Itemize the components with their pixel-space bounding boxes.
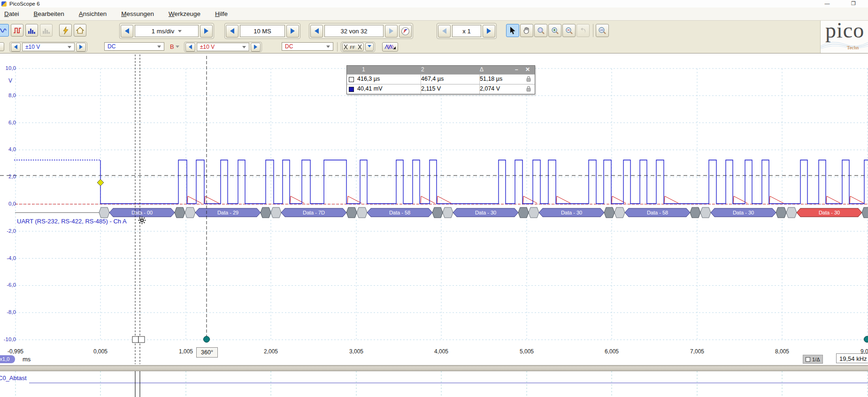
histogram-view-button[interactable]	[25, 24, 38, 37]
channel-b-range-select[interactable]: ±10 V	[197, 43, 249, 51]
decode-separator-icon	[432, 207, 443, 218]
phase-ruler-handle-right[interactable]	[864, 336, 868, 343]
phase-ruler-label[interactable]: 360°	[196, 347, 218, 358]
ruler-legend-row: 416,3 µs467,4 µs51,18 µs	[347, 74, 535, 84]
channel-a-coupling-select[interactable]: DC	[104, 42, 164, 51]
channel-a-range-next-button[interactable]	[76, 43, 86, 52]
zoom-out-tool-button[interactable]	[562, 24, 576, 37]
decode-separator-icon	[346, 207, 357, 218]
frequency-legend-badge[interactable]: 1/Δ	[803, 355, 823, 364]
channels-toolbar: ±10 V DC B ±10 V DC	[0, 41, 868, 53]
decode-separator-icon	[604, 207, 615, 218]
timebase-prev-button[interactable]	[121, 25, 133, 38]
channel-b-range-next-button[interactable]	[251, 43, 261, 52]
samples-field[interactable]: 10 MS	[240, 25, 285, 37]
zoom-factor-next-button[interactable]	[483, 25, 495, 38]
menu-item-werkzeuge[interactable]: Werkzeuge	[167, 9, 202, 18]
ruler-handle[interactable]	[138, 336, 145, 343]
serial-decode-dropdown-button[interactable]	[365, 43, 374, 51]
channel-a-button-clipped[interactable]	[0, 42, 4, 51]
scope-view[interactable]: Data - 00Data - 29Data - 7DData - 58Data…	[0, 53, 868, 366]
ruler-legend[interactable]: 1 2 Δ – ✕ 416,3 µs467,4 µs51,18 µs40,41 …	[346, 65, 535, 94]
decode-separator-icon	[99, 207, 109, 218]
menu-item-messungen[interactable]: Messungen	[120, 9, 155, 18]
svg-text:FF: FF	[350, 45, 355, 50]
math-channels-button[interactable]	[382, 42, 398, 52]
menu-item-ansichten[interactable]: Ansichten	[77, 9, 108, 18]
x-axis-multiplier-badge[interactable]: x1,0	[0, 355, 15, 363]
serial-decode-group: FF	[341, 42, 375, 52]
ruler-handle[interactable]	[132, 336, 138, 343]
ruler-value: 467,4 µs	[421, 76, 444, 82]
pulse-view-button[interactable]	[11, 24, 23, 37]
y-tick-label: 2,0	[0, 174, 16, 179]
x-tick-label: -0,995	[8, 348, 23, 355]
zoom-in-tool-button[interactable]	[548, 24, 561, 37]
x-tick-label: 7,005	[690, 348, 704, 355]
channel-b-range-prev-button[interactable]	[185, 43, 195, 52]
lock-icon[interactable]	[526, 86, 531, 93]
main-toolbar: 1 ms/div 10 MS 32 von 32	[0, 21, 868, 42]
channel-a-range-group: ±10 V	[9, 42, 87, 52]
y-axis-unit: V	[0, 77, 12, 84]
home-button[interactable]	[74, 24, 86, 37]
digital-panel[interactable]: C0_Abtast	[0, 371, 868, 397]
app-icon	[1, 1, 7, 7]
panel-splitter[interactable]	[0, 365, 868, 371]
zoom-100-button[interactable]: 100	[596, 24, 609, 37]
zoom-factor-field[interactable]: x 1	[452, 25, 481, 37]
select-tool-button[interactable]	[506, 24, 519, 37]
channel-b-label[interactable]: B	[170, 43, 179, 50]
menu-item-bearbeiten[interactable]: Bearbeiten	[32, 9, 66, 18]
samples-prev-button[interactable]	[226, 25, 238, 38]
menu-bar: DateiBearbeitenAnsichtenMessungenWerkzeu…	[0, 8, 868, 21]
gear-icon[interactable]	[138, 216, 146, 226]
minimize-button[interactable]: —	[819, 0, 835, 7]
phase-ruler-handle[interactable]	[204, 336, 210, 343]
uart-decoder-label[interactable]: UART (RS-232, RS-422, RS-485) - Ch A	[17, 218, 127, 225]
compass-icon	[401, 27, 410, 36]
zoom-area-icon	[537, 27, 545, 35]
serial-decode-button[interactable]: FF	[342, 43, 364, 51]
samples-group: 10 MS	[224, 23, 300, 39]
timebase-select[interactable]: 1 ms/div	[135, 25, 199, 37]
channel-a-coupling-value: DC	[108, 43, 115, 50]
zoom-area-tool-button[interactable]	[534, 24, 547, 37]
y-tick-label: -10,0	[0, 336, 16, 342]
zoom-factor-prev-button[interactable]	[438, 25, 451, 38]
ruler-legend-header[interactable]: 1 2 Δ – ✕	[347, 66, 535, 74]
scope-canvas[interactable]: Data - 00Data - 29Data - 7DData - 58Data…	[0, 53, 868, 366]
samples-next-button[interactable]	[286, 25, 299, 38]
scope-view-button[interactable]	[0, 24, 9, 37]
buffer-navigator-button[interactable]	[399, 25, 412, 38]
y-tick-label: 4,0	[0, 146, 16, 152]
timebase-next-button[interactable]	[200, 25, 213, 38]
digital-channel-label[interactable]: C0_Abtast	[0, 374, 27, 382]
trigger-marker[interactable]	[97, 179, 104, 186]
close-icon[interactable]: ✕	[525, 66, 530, 73]
title-bar: PicoScope 6 — ❐	[0, 0, 868, 8]
channel-swatch-icon	[349, 87, 354, 92]
x-tick-label: 5,005	[520, 348, 534, 355]
ruler-column-2: 2	[421, 66, 424, 73]
channel-a-range-select[interactable]: ±10 V	[22, 43, 75, 51]
pan-tool-button[interactable]	[520, 24, 533, 37]
logo-wave-icon	[821, 38, 868, 50]
ruler-value: 2,115 V	[421, 85, 441, 92]
restore-button[interactable]: ❐	[845, 0, 861, 7]
menu-item-datei[interactable]: Datei	[3, 9, 21, 18]
minimize-icon[interactable]: –	[515, 66, 518, 73]
hand-icon	[523, 27, 530, 34]
buffer-field[interactable]: 32 von 32	[324, 25, 384, 37]
channel-a-range-prev-button[interactable]	[11, 43, 21, 52]
buffer-next-button[interactable]	[385, 25, 398, 38]
decode-separator-icon	[175, 207, 185, 218]
auto-setup-lightning-button[interactable]	[59, 24, 72, 37]
lock-icon[interactable]	[526, 76, 531, 84]
buffer-prev-button[interactable]	[310, 25, 323, 38]
channel-b-coupling-select[interactable]: DC	[282, 42, 333, 51]
x-tick-label: 2,005	[264, 348, 278, 355]
x-tick-label: 6,005	[605, 348, 619, 355]
menu-item-hilfe[interactable]: Hilfe	[214, 9, 229, 18]
decode-frame-label: Data - 58	[389, 210, 410, 215]
